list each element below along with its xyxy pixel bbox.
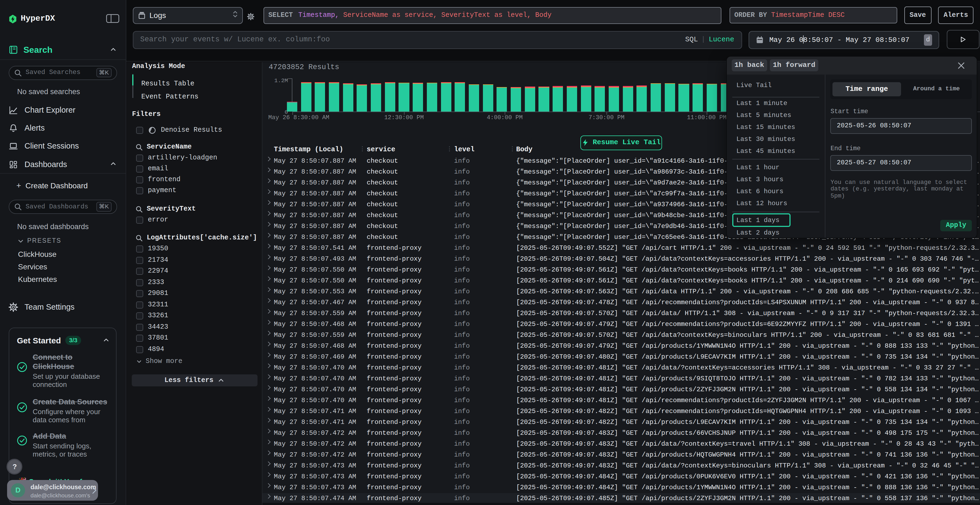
svg-text:?: ? bbox=[12, 462, 17, 470]
